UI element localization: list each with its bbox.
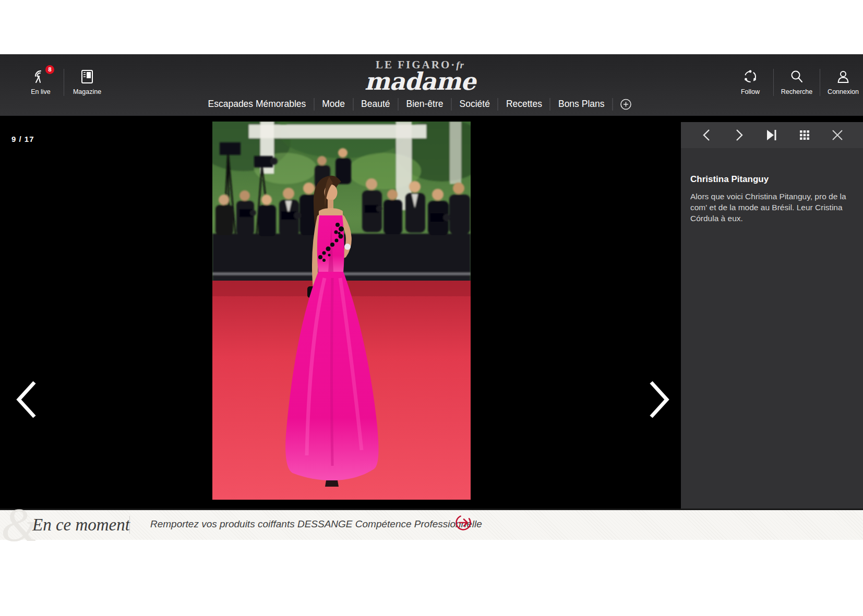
nav-separator (612, 98, 613, 111)
caption-panel: Christina Pitanguy Alors que voici Chris… (681, 148, 863, 509)
nav-item-bons-plans[interactable]: Bons Plans (550, 98, 613, 111)
nav-item-mode[interactable]: Mode (314, 98, 353, 111)
search-label: Recherche (781, 88, 812, 95)
magazine-button[interactable]: Magazine (67, 69, 107, 95)
login-label: Connexion (828, 88, 859, 95)
nav-item-recettes[interactable]: Recettes (498, 98, 550, 111)
caption-text: Alors que voici Christina Pitanguy, pro … (690, 191, 848, 224)
toolbar-close-button[interactable] (827, 125, 848, 146)
gallery-side-panel: Christina Pitanguy Alors que voici Chris… (681, 116, 863, 509)
close-icon (831, 129, 844, 141)
magazine-label: Magazine (73, 88, 101, 95)
nav-item-bien-etre[interactable]: Bien-être (399, 98, 451, 111)
promo-link[interactable]: Remportez vos produits coiffants DESSANG… (150, 518, 482, 530)
header-right-group: Follow Recherche (730, 69, 863, 96)
toolbar-prev-button[interactable] (696, 125, 717, 146)
nav-item-beaute[interactable]: Beauté (353, 98, 398, 111)
toolbar-next-button[interactable] (729, 125, 750, 146)
share-network-icon (743, 69, 758, 84)
header-divider (773, 69, 774, 96)
follow-label: Follow (741, 88, 760, 95)
arrow-right-circle-icon[interactable] (454, 513, 473, 532)
page: 8 En live Magazine (0, 0, 863, 616)
slide-counter: 9 / 17 (11, 135, 34, 143)
follow-button[interactable]: Follow (730, 69, 770, 95)
chevron-left-icon (15, 379, 38, 420)
previous-slide-button[interactable] (15, 379, 38, 420)
nav-more-button[interactable] (620, 99, 631, 110)
caption-title: Christina Pitanguy (690, 174, 849, 185)
next-slide-button[interactable] (648, 379, 671, 420)
site-logo[interactable]: LE FIGARO·fr madame (365, 58, 475, 95)
user-icon (836, 69, 850, 84)
site-header: 8 En live Magazine (0, 54, 863, 116)
gallery-photo (212, 122, 471, 500)
header-left-group: 8 En live Magazine (21, 69, 107, 96)
nav-item-societe[interactable]: Société (452, 98, 498, 111)
banner-section-label: En ce moment (32, 515, 130, 535)
logo-madame: madame (365, 67, 475, 95)
grid-thumbnails-icon (799, 130, 810, 140)
search-button[interactable]: Recherche (777, 69, 817, 95)
promo-banner: & En ce moment Remportez vos produits co… (0, 509, 863, 540)
toolbar-slideshow-button[interactable] (761, 125, 782, 146)
slideshow-play-icon (766, 129, 777, 141)
main-nav: Escapades Mémorables Mode Beauté Bien-êt… (200, 98, 632, 111)
chevron-right-icon (648, 379, 671, 420)
photo-gallery: 9 / 17 (0, 116, 863, 509)
en-live-label: En live (31, 88, 51, 95)
magazine-icon (80, 69, 94, 84)
header-divider (64, 69, 64, 96)
chevron-left-icon (702, 129, 711, 141)
nav-item-escapades[interactable]: Escapades Mémorables (200, 98, 314, 111)
toolbar-thumbnails-button[interactable] (794, 125, 815, 146)
plus-circle-icon (620, 99, 631, 110)
banner-divider (129, 516, 130, 534)
live-count-badge: 8 (45, 65, 54, 74)
en-live-button[interactable]: 8 En live (21, 69, 61, 95)
login-button[interactable]: Connexion (823, 69, 863, 95)
chevron-right-icon (735, 129, 744, 141)
gallery-toolbar (681, 122, 863, 148)
search-icon (789, 69, 804, 84)
header-divider (820, 69, 820, 96)
